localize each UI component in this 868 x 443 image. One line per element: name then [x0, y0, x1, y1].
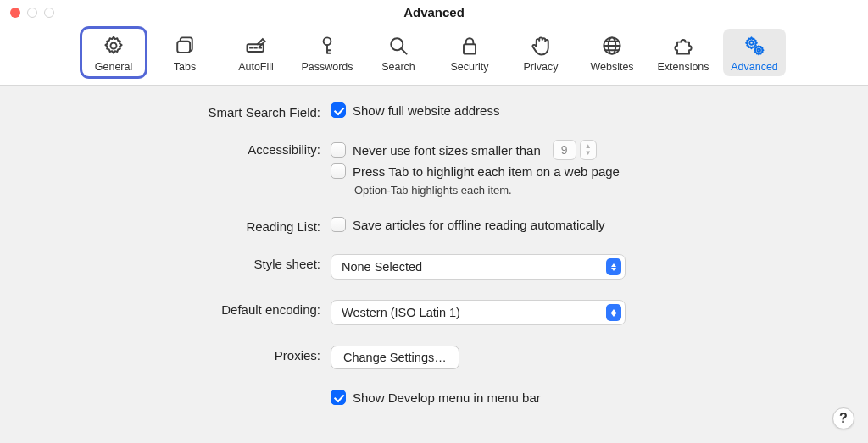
select-caret-icon [606, 258, 621, 275]
style-sheet-value: None Selected [342, 260, 422, 274]
traffic-lights [10, 8, 54, 18]
min-font-value: 9 [553, 140, 576, 160]
tab-extensions[interactable]: Extensions [652, 29, 715, 76]
reading-list-option: Save articles for offline reading automa… [353, 218, 604, 232]
default-encoding-label: Default encoding: [0, 300, 331, 317]
tab-passwords[interactable]: Passwords [296, 29, 359, 76]
tab-autofill[interactable]: AutoFill [225, 29, 287, 76]
min-font-checkbox[interactable] [331, 142, 346, 158]
tab-highlight-hint: Option-Tab highlights each item. [354, 184, 512, 197]
tab-search[interactable]: Search [367, 29, 430, 76]
tab-label: Extensions [657, 61, 709, 73]
smart-search-label: Smart Search Field: [0, 102, 331, 119]
reading-list-label: Reading List: [0, 217, 331, 234]
button-label: Change Settings… [343, 351, 447, 364]
style-sheet-select[interactable]: None Selected [331, 254, 626, 280]
default-encoding-value: Western (ISO Latin 1) [342, 306, 460, 319]
tab-highlight-checkbox[interactable] [331, 163, 346, 179]
tab-label: Security [450, 61, 488, 73]
hand-icon [529, 34, 553, 58]
tab-advanced[interactable]: Advanced [723, 29, 786, 76]
puzzle-icon [671, 34, 695, 58]
tab-label: Websites [590, 61, 633, 73]
tab-websites[interactable]: Websites [581, 29, 643, 76]
change-settings-button[interactable]: Change Settings… [331, 346, 459, 369]
lock-icon [458, 34, 481, 58]
tab-label: Advanced [731, 61, 778, 73]
stepper-arrows[interactable]: ▲▼ [580, 140, 597, 160]
default-encoding-select[interactable]: Western (ISO Latin 1) [331, 300, 626, 325]
min-font-option: Never use font sizes smaller than [353, 143, 541, 158]
svg-point-8 [749, 41, 753, 44]
content-area: Smart Search Field: Show full website ad… [0, 86, 868, 405]
select-caret-icon [606, 304, 621, 321]
svg-rect-1 [177, 42, 190, 53]
minimize-button[interactable] [27, 8, 37, 18]
tab-privacy[interactable]: Privacy [509, 29, 572, 76]
help-button[interactable]: ? [832, 407, 854, 429]
gears-icon [743, 34, 766, 58]
tab-general[interactable]: General [82, 29, 145, 76]
gear-icon [102, 34, 125, 58]
smart-search-option: Show full website address [353, 103, 499, 118]
tab-security[interactable]: Security [438, 29, 501, 76]
preferences-toolbar: General Tabs AutoFill Passwords Search S… [0, 25, 868, 86]
tab-label: Tabs [174, 61, 196, 73]
accessibility-label: Accessibility: [0, 140, 331, 157]
tab-label: Privacy [524, 61, 559, 73]
develop-menu-checkbox[interactable] [331, 390, 346, 405]
maximize-button[interactable] [44, 8, 54, 18]
tab-label: General [95, 61, 132, 73]
proxies-label: Proxies: [0, 346, 331, 363]
svg-point-3 [324, 37, 331, 45]
tab-label: AutoFill [238, 61, 274, 73]
autofill-icon [244, 34, 268, 58]
tab-label: Passwords [301, 61, 353, 73]
help-label: ? [839, 411, 848, 426]
smart-search-checkbox[interactable] [331, 102, 346, 118]
tabs-icon [173, 34, 197, 58]
close-button[interactable] [10, 8, 20, 18]
reading-list-checkbox[interactable] [331, 217, 346, 232]
svg-rect-5 [464, 44, 476, 53]
titlebar: Advanced [0, 0, 868, 25]
tab-label: Search [381, 61, 415, 73]
develop-menu-option: Show Develop menu in menu bar [353, 390, 541, 405]
svg-point-0 [111, 43, 117, 49]
svg-point-9 [758, 49, 761, 53]
tab-tabs[interactable]: Tabs [153, 29, 216, 76]
key-icon [315, 34, 339, 58]
globe-icon [600, 34, 624, 58]
search-icon [387, 34, 410, 58]
style-sheet-label: Style sheet: [0, 254, 331, 271]
tab-highlight-option: Press Tab to highlight each item on a we… [353, 164, 620, 179]
window-title: Advanced [0, 0, 868, 25]
min-font-stepper[interactable]: 9 ▲▼ [553, 140, 597, 160]
